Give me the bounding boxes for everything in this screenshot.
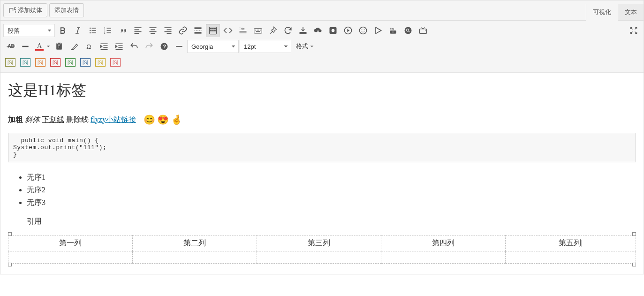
format-dropdown[interactable]: 格式 bbox=[292, 40, 318, 53]
ordered-list-button[interactable]: 123 bbox=[101, 24, 115, 37]
tab-text[interactable]: 文本 bbox=[618, 4, 644, 20]
top-left-buttons: 添加媒体 添加表情 bbox=[0, 0, 87, 20]
toolbar-toggle-button[interactable] bbox=[206, 24, 220, 37]
add-media-label: 添加媒体 bbox=[18, 6, 42, 15]
svg-rect-36 bbox=[58, 43, 61, 44]
strikethrough-button[interactable]: ABC bbox=[3, 40, 17, 53]
table[interactable]: 第一列 第二列 第三列 第四列 第五列| bbox=[8, 235, 636, 264]
download-button[interactable] bbox=[296, 24, 310, 37]
refresh-button[interactable] bbox=[281, 24, 295, 37]
shortcode-olive-button[interactable]: [S] bbox=[3, 56, 17, 69]
svg-point-2 bbox=[90, 32, 91, 34]
read-more-button[interactable] bbox=[191, 24, 205, 37]
table-cell[interactable]: 第五列| bbox=[505, 235, 636, 251]
table-cell[interactable] bbox=[257, 251, 381, 263]
italic-button[interactable] bbox=[71, 24, 85, 37]
play-circle-button[interactable] bbox=[341, 24, 355, 37]
search-circle-button[interactable] bbox=[401, 24, 415, 37]
redo-button[interactable] bbox=[142, 40, 156, 53]
svg-rect-9 bbox=[210, 28, 212, 30]
shortcode-red-button[interactable]: [S] bbox=[48, 56, 62, 69]
align-right-button[interactable] bbox=[161, 24, 175, 37]
font-color-button[interactable]: A bbox=[33, 41, 45, 52]
table-cell[interactable] bbox=[132, 251, 257, 263]
emoji-hand-icon: 🤞 bbox=[171, 114, 182, 125]
clear-format-button[interactable] bbox=[67, 40, 81, 53]
indent-button[interactable] bbox=[112, 40, 126, 53]
svg-text:Title: Title bbox=[239, 27, 245, 30]
align-left-button[interactable] bbox=[131, 24, 145, 37]
pin-button[interactable] bbox=[266, 24, 280, 37]
keyboard-button[interactable] bbox=[251, 24, 265, 37]
table-cell[interactable]: 第三列 bbox=[257, 235, 381, 251]
svg-point-30 bbox=[405, 27, 412, 34]
tab-visual[interactable]: 可视化 bbox=[586, 4, 618, 21]
editor-wrapper: 添加媒体 添加表情 可视化 文本 段落 123 Title bbox=[0, 0, 644, 274]
add-emoji-button[interactable]: 添加表情 bbox=[49, 3, 84, 17]
resize-handle-bl[interactable] bbox=[8, 263, 12, 266]
table-cell[interactable] bbox=[505, 251, 636, 263]
resize-handle-tr[interactable] bbox=[632, 232, 636, 236]
font-size-select[interactable]: 12pt bbox=[240, 40, 291, 53]
svg-text:?: ? bbox=[163, 44, 167, 49]
link-button[interactable] bbox=[176, 24, 190, 37]
svg-rect-12 bbox=[210, 30, 212, 31]
hr-button[interactable] bbox=[18, 40, 32, 53]
editor-content[interactable]: 这是H1标签 加粗 斜体 下划线 删除线 flyzy小站链接 😊😍🤞 publi… bbox=[0, 72, 644, 274]
align-center-button[interactable] bbox=[146, 24, 160, 37]
media-icon bbox=[8, 7, 16, 14]
resize-handle-br[interactable] bbox=[632, 263, 636, 266]
unordered-list-button[interactable] bbox=[86, 24, 100, 37]
play-button[interactable] bbox=[371, 24, 385, 37]
face-button[interactable] bbox=[356, 24, 370, 37]
font-color-dropdown[interactable] bbox=[45, 41, 51, 52]
shortcode-green-button[interactable]: [S] bbox=[63, 56, 77, 69]
svg-rect-16 bbox=[254, 29, 262, 33]
svg-text:T: T bbox=[58, 45, 60, 48]
table-cell[interactable]: 第一列 bbox=[8, 235, 133, 251]
svg-rect-6 bbox=[195, 27, 202, 29]
font-family-select[interactable]: Georgia bbox=[187, 40, 239, 53]
link-text[interactable]: flyzy小站链接 bbox=[91, 115, 136, 125]
resize-handle-tl[interactable] bbox=[8, 232, 12, 236]
toolbar-row-3: [S] [S] [S] [S] [S] [S] [S] [S] bbox=[3, 54, 641, 70]
shortcode-orange-button[interactable]: [S] bbox=[33, 56, 47, 69]
format-select[interactable]: 段落 bbox=[3, 24, 55, 37]
hr2-button[interactable] bbox=[172, 40, 186, 53]
record-button[interactable] bbox=[326, 24, 340, 37]
shortcode-blue-button[interactable]: [S] bbox=[78, 56, 92, 69]
list-item: 无序3 bbox=[27, 196, 636, 209]
blockquote-button[interactable] bbox=[116, 24, 130, 37]
youtube-button[interactable]: You bbox=[386, 24, 400, 37]
add-media-button[interactable]: 添加媒体 bbox=[3, 3, 47, 17]
table-cell[interactable]: 第四列 bbox=[381, 235, 505, 251]
help-button[interactable]: ? bbox=[157, 40, 171, 53]
format-label: 格式 bbox=[296, 42, 308, 51]
table-cell[interactable]: 第二列 bbox=[132, 235, 257, 251]
svg-rect-13 bbox=[212, 30, 213, 31]
table-cell[interactable] bbox=[8, 251, 133, 263]
special-char-button[interactable]: Ω bbox=[82, 40, 96, 53]
fullscreen-button[interactable] bbox=[627, 24, 641, 37]
cell-text: 第五列 bbox=[559, 239, 581, 247]
shortcode-pink-button[interactable]: [S] bbox=[108, 56, 122, 69]
svg-rect-21 bbox=[256, 31, 260, 32]
bold-button[interactable] bbox=[56, 24, 70, 37]
shortcode-yellow-button[interactable]: [S] bbox=[93, 56, 107, 69]
svg-point-20 bbox=[260, 30, 261, 30]
toolbar: 段落 123 Title You bbox=[0, 20, 644, 72]
svg-point-26 bbox=[362, 30, 363, 30]
outdent-button[interactable] bbox=[97, 40, 111, 53]
svg-point-17 bbox=[255, 30, 256, 30]
code-button[interactable] bbox=[221, 24, 235, 37]
shortcode-teal-button[interactable]: [S] bbox=[18, 56, 32, 69]
table-cell[interactable] bbox=[381, 251, 505, 263]
undo-button[interactable] bbox=[127, 40, 141, 53]
table-row bbox=[8, 251, 636, 263]
svg-rect-11 bbox=[214, 28, 216, 30]
title-button[interactable]: Title bbox=[236, 24, 250, 37]
paste-text-button[interactable]: T bbox=[52, 40, 66, 53]
tv-button[interactable] bbox=[416, 24, 430, 37]
toolbar-row-2: ABC A T Ω ? Georgia 12pt 格式 bbox=[3, 38, 641, 54]
cloud-download-button[interactable] bbox=[311, 24, 325, 37]
